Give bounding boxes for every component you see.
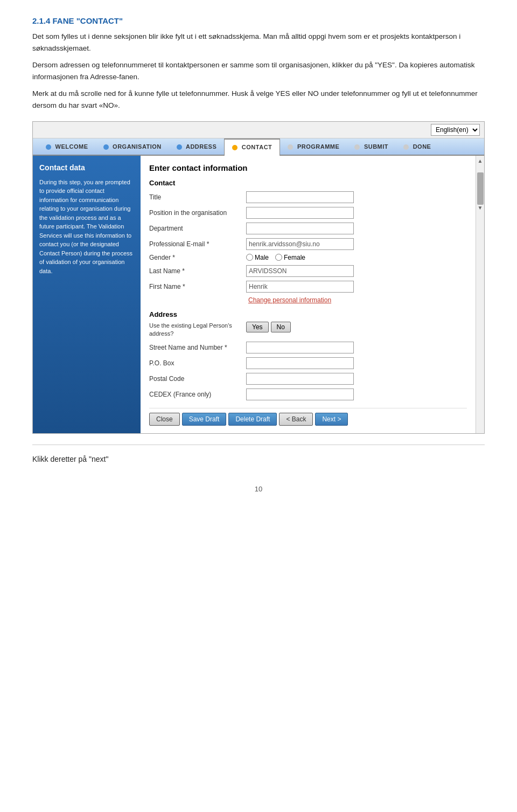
title-input[interactable] bbox=[246, 191, 354, 203]
scroll-up-arrow[interactable]: ▲ bbox=[478, 158, 483, 164]
tab-welcome[interactable]: WELCOME bbox=[38, 139, 96, 154]
position-input[interactable] bbox=[246, 207, 354, 219]
delete-draft-button[interactable]: Delete Draft bbox=[228, 413, 277, 426]
section-title: 2.1.4 FANE "CONTACT" bbox=[32, 16, 485, 25]
nav-tabs: WELCOME ORGANISATION ADDRESS CONTACT PRO… bbox=[33, 138, 484, 156]
change-info-row: Change personal information bbox=[149, 296, 467, 304]
lastname-input[interactable] bbox=[246, 265, 354, 277]
position-label: Position in the organisation bbox=[149, 209, 246, 217]
tab-dot-contact bbox=[232, 145, 237, 150]
tab-dot-programme bbox=[288, 144, 293, 150]
tab-dot-organisation bbox=[103, 144, 109, 150]
pobox-input[interactable] bbox=[246, 357, 354, 369]
pobox-row: P.O. Box bbox=[149, 357, 467, 369]
gender-female-text: Female bbox=[284, 254, 305, 261]
email-input[interactable] bbox=[246, 238, 354, 250]
gender-row: Gender * Male Female bbox=[149, 254, 467, 261]
street-label: Street Name and Number * bbox=[149, 344, 246, 351]
lang-bar: English(en) bbox=[33, 122, 484, 138]
contact-section-label: Contact bbox=[149, 179, 467, 187]
address-section: Address Use the existing Legal Person's … bbox=[149, 310, 467, 401]
position-row: Position in the organisation bbox=[149, 207, 467, 219]
lastname-row: Last Name * bbox=[149, 265, 467, 277]
use-address-row: Use the existing Legal Person's address?… bbox=[149, 322, 467, 338]
para2: Dersom adressen og telefonnummeret til k… bbox=[32, 59, 485, 82]
gender-label: Gender * bbox=[149, 254, 246, 261]
cedex-row: CEDEX (France only) bbox=[149, 388, 467, 400]
firstname-label: First Name * bbox=[149, 283, 246, 290]
scrollbar: ▲ ▼ bbox=[476, 156, 484, 434]
postalcode-input[interactable] bbox=[246, 373, 354, 385]
tab-contact[interactable]: CONTACT bbox=[224, 138, 280, 156]
gender-male-label[interactable]: Male bbox=[246, 254, 269, 261]
gender-male-radio[interactable] bbox=[246, 254, 253, 261]
bottom-note: Klikk deretter på "next" bbox=[32, 455, 485, 463]
close-button[interactable]: Close bbox=[149, 413, 180, 426]
email-row: Professional E-mail * bbox=[149, 238, 467, 250]
app-frame: English(en) WELCOME ORGANISATION ADDRESS… bbox=[32, 121, 485, 434]
tab-submit[interactable]: SUBMIT bbox=[347, 139, 396, 154]
next-button[interactable]: Next > bbox=[315, 413, 348, 426]
gender-female-radio[interactable] bbox=[275, 254, 282, 261]
page-number: 10 bbox=[32, 485, 485, 493]
address-title: Address bbox=[149, 310, 467, 318]
tab-dot-done bbox=[403, 144, 409, 150]
yes-button[interactable]: Yes bbox=[246, 322, 269, 332]
cedex-input[interactable] bbox=[246, 388, 354, 400]
department-label: Department bbox=[149, 225, 246, 232]
use-address-label: Use the existing Legal Person's address? bbox=[149, 322, 246, 338]
tab-dot-welcome bbox=[46, 144, 51, 150]
title-label: Title bbox=[149, 193, 246, 201]
no-button[interactable]: No bbox=[271, 322, 291, 332]
yes-no-buttons: Yes No bbox=[246, 322, 291, 332]
tab-organisation[interactable]: ORGANISATION bbox=[96, 139, 169, 154]
department-input[interactable] bbox=[246, 223, 354, 234]
section-divider bbox=[32, 445, 485, 445]
department-row: Department bbox=[149, 223, 467, 234]
scroll-thumb[interactable] bbox=[477, 172, 484, 205]
pobox-label: P.O. Box bbox=[149, 359, 246, 367]
language-select[interactable]: English(en) bbox=[431, 124, 480, 136]
sidebar: Contact data During this step, you are p… bbox=[33, 156, 141, 434]
change-personal-info-link[interactable]: Change personal information bbox=[248, 296, 331, 304]
tab-programme[interactable]: PROGRAMME bbox=[280, 139, 347, 154]
gender-male-text: Male bbox=[255, 254, 269, 261]
tab-dot-address bbox=[177, 144, 182, 150]
para1: Det som fylles ut i denne seksjonen blir… bbox=[32, 31, 485, 54]
sidebar-text: During this step, you are prompted to pr… bbox=[39, 178, 134, 276]
gender-options: Male Female bbox=[246, 254, 305, 261]
gender-female-label[interactable]: Female bbox=[275, 254, 305, 261]
firstname-input[interactable] bbox=[246, 281, 354, 293]
back-button[interactable]: < Back bbox=[279, 413, 313, 426]
title-row: Title bbox=[149, 191, 467, 203]
main-area: Contact data During this step, you are p… bbox=[33, 156, 484, 434]
cedex-label: CEDEX (France only) bbox=[149, 391, 246, 398]
lastname-label: Last Name * bbox=[149, 267, 246, 275]
postalcode-label: Postal Code bbox=[149, 375, 246, 383]
scroll-down-arrow[interactable]: ▼ bbox=[478, 205, 483, 211]
email-label: Professional E-mail * bbox=[149, 240, 246, 248]
save-draft-button[interactable]: Save Draft bbox=[182, 413, 227, 426]
street-input[interactable] bbox=[246, 342, 354, 353]
postalcode-row: Postal Code bbox=[149, 373, 467, 385]
sidebar-title: Contact data bbox=[39, 162, 134, 173]
content-title: Enter contact information bbox=[149, 163, 467, 172]
tab-dot-submit bbox=[354, 144, 360, 150]
content-area: Enter contact information Contact Title … bbox=[141, 156, 476, 434]
firstname-row: First Name * bbox=[149, 281, 467, 293]
bottom-buttons: Close Save Draft Delete Draft < Back Nex… bbox=[149, 408, 467, 426]
street-row: Street Name and Number * bbox=[149, 342, 467, 353]
para3: Merk at du må scrolle ned for å kunne fy… bbox=[32, 88, 485, 111]
tab-done[interactable]: DONE bbox=[396, 139, 438, 154]
tab-address[interactable]: ADDRESS bbox=[169, 139, 224, 154]
